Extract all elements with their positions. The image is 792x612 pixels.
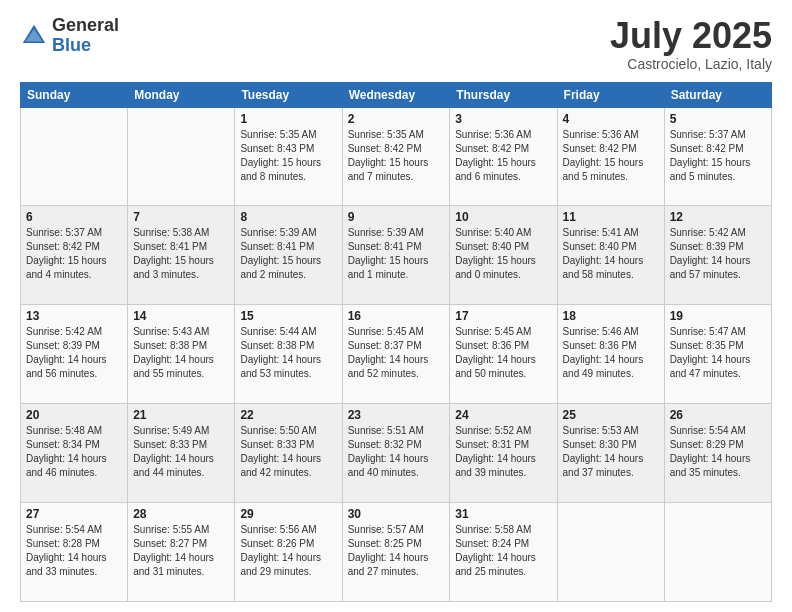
day-info: Sunrise: 5:44 AM Sunset: 8:38 PM Dayligh… [240,325,336,381]
day-number: 12 [670,210,766,224]
calendar-cell: 1Sunrise: 5:35 AM Sunset: 8:43 PM Daylig… [235,107,342,206]
weekday-header-tuesday: Tuesday [235,82,342,107]
calendar-cell: 16Sunrise: 5:45 AM Sunset: 8:37 PM Dayli… [342,305,450,404]
day-info: Sunrise: 5:49 AM Sunset: 8:33 PM Dayligh… [133,424,229,480]
calendar-cell [557,503,664,602]
calendar-cell [664,503,771,602]
day-info: Sunrise: 5:42 AM Sunset: 8:39 PM Dayligh… [26,325,122,381]
day-info: Sunrise: 5:40 AM Sunset: 8:40 PM Dayligh… [455,226,551,282]
day-number: 9 [348,210,445,224]
calendar-cell: 22Sunrise: 5:50 AM Sunset: 8:33 PM Dayli… [235,404,342,503]
header: General Blue July 2025 Castrocielo, Lazi… [20,16,772,72]
day-number: 14 [133,309,229,323]
calendar-cell: 2Sunrise: 5:35 AM Sunset: 8:42 PM Daylig… [342,107,450,206]
day-number: 7 [133,210,229,224]
calendar-cell: 21Sunrise: 5:49 AM Sunset: 8:33 PM Dayli… [128,404,235,503]
calendar-cell: 20Sunrise: 5:48 AM Sunset: 8:34 PM Dayli… [21,404,128,503]
weekday-header-thursday: Thursday [450,82,557,107]
calendar-cell: 12Sunrise: 5:42 AM Sunset: 8:39 PM Dayli… [664,206,771,305]
day-number: 6 [26,210,122,224]
day-number: 2 [348,112,445,126]
logo-general: General [52,16,119,36]
calendar-cell: 29Sunrise: 5:56 AM Sunset: 8:26 PM Dayli… [235,503,342,602]
title-section: July 2025 Castrocielo, Lazio, Italy [610,16,772,72]
calendar-cell: 11Sunrise: 5:41 AM Sunset: 8:40 PM Dayli… [557,206,664,305]
day-info: Sunrise: 5:43 AM Sunset: 8:38 PM Dayligh… [133,325,229,381]
day-info: Sunrise: 5:35 AM Sunset: 8:42 PM Dayligh… [348,128,445,184]
week-row-3: 13Sunrise: 5:42 AM Sunset: 8:39 PM Dayli… [21,305,772,404]
day-info: Sunrise: 5:42 AM Sunset: 8:39 PM Dayligh… [670,226,766,282]
weekday-header-friday: Friday [557,82,664,107]
calendar-cell: 13Sunrise: 5:42 AM Sunset: 8:39 PM Dayli… [21,305,128,404]
day-info: Sunrise: 5:35 AM Sunset: 8:43 PM Dayligh… [240,128,336,184]
calendar-cell: 14Sunrise: 5:43 AM Sunset: 8:38 PM Dayli… [128,305,235,404]
day-info: Sunrise: 5:54 AM Sunset: 8:29 PM Dayligh… [670,424,766,480]
day-info: Sunrise: 5:38 AM Sunset: 8:41 PM Dayligh… [133,226,229,282]
calendar-cell: 31Sunrise: 5:58 AM Sunset: 8:24 PM Dayli… [450,503,557,602]
day-info: Sunrise: 5:48 AM Sunset: 8:34 PM Dayligh… [26,424,122,480]
day-info: Sunrise: 5:41 AM Sunset: 8:40 PM Dayligh… [563,226,659,282]
day-info: Sunrise: 5:54 AM Sunset: 8:28 PM Dayligh… [26,523,122,579]
week-row-4: 20Sunrise: 5:48 AM Sunset: 8:34 PM Dayli… [21,404,772,503]
weekday-header-row: SundayMondayTuesdayWednesdayThursdayFrid… [21,82,772,107]
calendar-cell: 25Sunrise: 5:53 AM Sunset: 8:30 PM Dayli… [557,404,664,503]
day-number: 16 [348,309,445,323]
day-info: Sunrise: 5:45 AM Sunset: 8:36 PM Dayligh… [455,325,551,381]
calendar-cell: 26Sunrise: 5:54 AM Sunset: 8:29 PM Dayli… [664,404,771,503]
calendar-cell: 10Sunrise: 5:40 AM Sunset: 8:40 PM Dayli… [450,206,557,305]
day-info: Sunrise: 5:46 AM Sunset: 8:36 PM Dayligh… [563,325,659,381]
day-info: Sunrise: 5:56 AM Sunset: 8:26 PM Dayligh… [240,523,336,579]
day-info: Sunrise: 5:39 AM Sunset: 8:41 PM Dayligh… [348,226,445,282]
day-number: 15 [240,309,336,323]
calendar-cell: 27Sunrise: 5:54 AM Sunset: 8:28 PM Dayli… [21,503,128,602]
day-info: Sunrise: 5:37 AM Sunset: 8:42 PM Dayligh… [26,226,122,282]
day-info: Sunrise: 5:55 AM Sunset: 8:27 PM Dayligh… [133,523,229,579]
day-number: 31 [455,507,551,521]
weekday-header-saturday: Saturday [664,82,771,107]
day-number: 26 [670,408,766,422]
day-number: 30 [348,507,445,521]
logo: General Blue [20,16,119,56]
calendar-cell: 17Sunrise: 5:45 AM Sunset: 8:36 PM Dayli… [450,305,557,404]
month-title: July 2025 [610,16,772,56]
day-number: 10 [455,210,551,224]
day-number: 5 [670,112,766,126]
calendar-cell: 5Sunrise: 5:37 AM Sunset: 8:42 PM Daylig… [664,107,771,206]
day-number: 18 [563,309,659,323]
calendar-cell: 18Sunrise: 5:46 AM Sunset: 8:36 PM Dayli… [557,305,664,404]
week-row-2: 6Sunrise: 5:37 AM Sunset: 8:42 PM Daylig… [21,206,772,305]
calendar-cell: 7Sunrise: 5:38 AM Sunset: 8:41 PM Daylig… [128,206,235,305]
day-info: Sunrise: 5:45 AM Sunset: 8:37 PM Dayligh… [348,325,445,381]
logo-blue: Blue [52,36,119,56]
calendar-cell: 28Sunrise: 5:55 AM Sunset: 8:27 PM Dayli… [128,503,235,602]
day-number: 24 [455,408,551,422]
day-number: 22 [240,408,336,422]
calendar-cell: 3Sunrise: 5:36 AM Sunset: 8:42 PM Daylig… [450,107,557,206]
calendar-cell [128,107,235,206]
calendar-cell: 19Sunrise: 5:47 AM Sunset: 8:35 PM Dayli… [664,305,771,404]
day-number: 11 [563,210,659,224]
calendar-cell: 6Sunrise: 5:37 AM Sunset: 8:42 PM Daylig… [21,206,128,305]
day-number: 25 [563,408,659,422]
day-number: 29 [240,507,336,521]
calendar-cell: 24Sunrise: 5:52 AM Sunset: 8:31 PM Dayli… [450,404,557,503]
day-number: 23 [348,408,445,422]
page: General Blue July 2025 Castrocielo, Lazi… [0,0,792,612]
calendar-cell: 15Sunrise: 5:44 AM Sunset: 8:38 PM Dayli… [235,305,342,404]
day-info: Sunrise: 5:36 AM Sunset: 8:42 PM Dayligh… [455,128,551,184]
weekday-header-monday: Monday [128,82,235,107]
day-info: Sunrise: 5:39 AM Sunset: 8:41 PM Dayligh… [240,226,336,282]
week-row-5: 27Sunrise: 5:54 AM Sunset: 8:28 PM Dayli… [21,503,772,602]
day-number: 13 [26,309,122,323]
calendar-cell: 9Sunrise: 5:39 AM Sunset: 8:41 PM Daylig… [342,206,450,305]
day-number: 1 [240,112,336,126]
day-info: Sunrise: 5:36 AM Sunset: 8:42 PM Dayligh… [563,128,659,184]
day-info: Sunrise: 5:51 AM Sunset: 8:32 PM Dayligh… [348,424,445,480]
weekday-header-wednesday: Wednesday [342,82,450,107]
day-number: 3 [455,112,551,126]
logo-icon [20,22,48,50]
day-info: Sunrise: 5:53 AM Sunset: 8:30 PM Dayligh… [563,424,659,480]
day-info: Sunrise: 5:37 AM Sunset: 8:42 PM Dayligh… [670,128,766,184]
day-number: 28 [133,507,229,521]
calendar-cell [21,107,128,206]
